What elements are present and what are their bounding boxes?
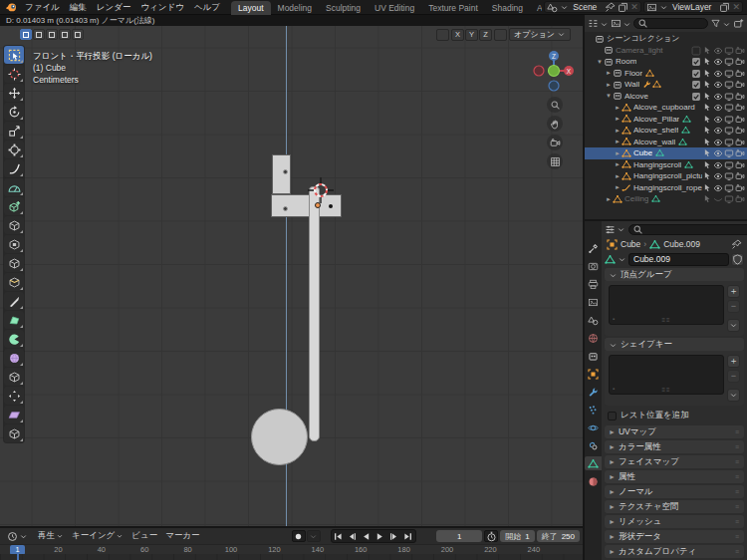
new-view-layer-icon[interactable] bbox=[719, 1, 730, 12]
disable-render-toggle[interactable] bbox=[735, 91, 745, 102]
workspace-tab-layout[interactable]: Layout bbox=[231, 1, 271, 15]
mirror-icon[interactable] bbox=[436, 29, 449, 41]
timeline-ruler[interactable]: 1 20406080100120140160180200220240 bbox=[0, 544, 583, 554]
tool-annotate[interactable] bbox=[4, 159, 24, 177]
outliner-row-alcove-shelf[interactable]: ►Alcove_shelf bbox=[585, 125, 747, 137]
menu-1[interactable]: 編集 bbox=[65, 0, 92, 14]
selectable-toggle[interactable] bbox=[702, 170, 712, 181]
tool-extrude-region[interactable] bbox=[4, 216, 24, 234]
play-button[interactable] bbox=[374, 530, 387, 542]
properties-tab-modifiers[interactable] bbox=[585, 385, 602, 399]
hide-toggle[interactable] bbox=[713, 56, 723, 67]
select-mode-invert[interactable] bbox=[59, 29, 71, 40]
disable-viewport-toggle[interactable] bbox=[724, 193, 734, 204]
disable-render-toggle[interactable] bbox=[735, 170, 745, 181]
menu-2[interactable]: レンダー bbox=[92, 0, 136, 14]
outliner-row-alcove-pillar[interactable]: ►Alcove_Pillar bbox=[585, 114, 747, 126]
previous-keyframe-button[interactable] bbox=[346, 530, 360, 542]
properties-tab-world[interactable] bbox=[585, 331, 602, 345]
selectable-toggle[interactable] bbox=[702, 137, 712, 147]
tool-transform[interactable] bbox=[4, 140, 24, 158]
mirror-axis-z[interactable]: Z bbox=[479, 29, 492, 41]
hanging-rod-mesh[interactable] bbox=[309, 186, 320, 441]
sphere-mesh[interactable] bbox=[251, 409, 308, 465]
selectable-toggle[interactable] bbox=[702, 193, 712, 204]
tool-knife[interactable] bbox=[4, 292, 24, 310]
disable-render-toggle[interactable] bbox=[735, 182, 745, 193]
menu-4[interactable]: ヘルプ bbox=[189, 0, 225, 14]
disable-viewport-toggle[interactable] bbox=[724, 68, 734, 79]
outliner-row-alcove-cupboard[interactable]: ►Alcove_cupboard bbox=[585, 102, 747, 114]
panel-0[interactable]: ►UVマップ≡ bbox=[605, 425, 744, 438]
navigation-gizmo[interactable]: Z X bbox=[531, 48, 577, 94]
selectable-toggle[interactable] bbox=[702, 56, 712, 67]
hide-toggle[interactable] bbox=[713, 137, 723, 147]
breadcrumb-data[interactable]: Cube.009 bbox=[663, 239, 700, 249]
new-scene-icon[interactable] bbox=[618, 1, 628, 12]
disable-viewport-toggle[interactable] bbox=[724, 114, 734, 125]
outliner-row-cube[interactable]: ►Cube bbox=[585, 147, 747, 159]
hide-toggle[interactable] bbox=[713, 102, 723, 113]
workspace-tab-sculpting[interactable]: Sculpting bbox=[319, 1, 368, 15]
auto-keying-button[interactable] bbox=[292, 530, 306, 542]
outliner-row-alcove-wall[interactable]: ►Alcove_wall bbox=[585, 137, 747, 148]
exclude-checkbox[interactable] bbox=[691, 79, 701, 90]
panel-1[interactable]: ►カラー属性≡ bbox=[605, 440, 744, 453]
outliner-row--[interactable]: シーンコレクション bbox=[585, 33, 747, 45]
properties-tab-tool[interactable] bbox=[585, 241, 602, 255]
expand-arrow[interactable]: ► bbox=[614, 161, 622, 167]
outliner-row-camera-light[interactable]: Camera_light bbox=[585, 45, 747, 57]
select-mode-intersect[interactable] bbox=[72, 29, 84, 40]
tool-rotate[interactable] bbox=[4, 103, 24, 121]
outliner-row-floor[interactable]: ►Floor bbox=[585, 68, 747, 80]
outliner-search-input[interactable] bbox=[650, 19, 704, 28]
expand-arrow[interactable]: ► bbox=[614, 184, 622, 190]
properties-tab-physics[interactable] bbox=[585, 420, 602, 434]
tool-edge-slide[interactable] bbox=[4, 368, 24, 386]
disable-render-toggle[interactable] bbox=[735, 56, 745, 67]
hide-toggle[interactable] bbox=[713, 147, 723, 158]
exclude-checkbox[interactable] bbox=[691, 45, 701, 56]
selectable-toggle[interactable] bbox=[702, 125, 712, 136]
panel-7[interactable]: ►形状データ≡ bbox=[605, 530, 744, 543]
properties-tab-collection[interactable] bbox=[585, 349, 602, 363]
disable-render-toggle[interactable] bbox=[735, 137, 745, 147]
pan-button[interactable] bbox=[547, 116, 563, 132]
use-preview-range-button[interactable] bbox=[484, 530, 498, 542]
editor-type-button[interactable] bbox=[3, 530, 32, 541]
scene-selector[interactable]: Scene ✕ bbox=[544, 1, 641, 13]
properties-tab-view-layer[interactable] bbox=[585, 295, 602, 309]
selectable-toggle[interactable] bbox=[702, 147, 712, 158]
disable-render-toggle[interactable] bbox=[735, 79, 745, 90]
new-collection-button[interactable] bbox=[733, 18, 744, 29]
jump-to-end-button[interactable] bbox=[401, 530, 415, 542]
fake-user-button[interactable] bbox=[731, 253, 744, 266]
disable-viewport-toggle[interactable] bbox=[724, 79, 734, 90]
menu-0[interactable]: ファイル bbox=[20, 0, 65, 14]
outliner-row-hangingscroll[interactable]: ►Hangingscroll bbox=[585, 159, 747, 171]
outliner-search[interactable] bbox=[633, 18, 708, 29]
hide-toggle[interactable] bbox=[713, 159, 723, 170]
tool-bevel[interactable] bbox=[4, 254, 24, 272]
outliner-row-hangingscroll-rope[interactable]: ►Hangingscroll_rope bbox=[585, 182, 747, 194]
properties-tab-particles[interactable] bbox=[585, 403, 602, 417]
disable-viewport-toggle[interactable] bbox=[724, 159, 734, 170]
hide-toggle[interactable] bbox=[713, 193, 723, 204]
panel-6[interactable]: ►リメッシュ≡ bbox=[605, 515, 744, 528]
tool-scale[interactable] bbox=[4, 122, 24, 140]
hide-toggle[interactable] bbox=[713, 45, 723, 56]
workspace-tab-uv-editing[interactable]: UV Editing bbox=[368, 1, 421, 15]
properties-tab-data[interactable] bbox=[585, 456, 602, 470]
expand-arrow[interactable]: ► bbox=[614, 139, 622, 144]
selectable-toggle[interactable] bbox=[702, 182, 712, 193]
hide-toggle[interactable] bbox=[713, 79, 723, 90]
expand-arrow[interactable]: ► bbox=[614, 150, 622, 156]
options-dropdown[interactable]: オプション bbox=[509, 28, 571, 41]
expand-arrow[interactable]: ► bbox=[614, 105, 622, 111]
shape-key-specials-button[interactable] bbox=[727, 389, 740, 402]
menu-3[interactable]: ウィンドウ bbox=[135, 0, 189, 14]
outliner-row-room[interactable]: ▼Room bbox=[585, 56, 747, 68]
selectable-toggle[interactable] bbox=[702, 68, 712, 79]
shape-keys-list[interactable]: ▪≡≡ bbox=[609, 355, 724, 395]
keying-set-button[interactable] bbox=[307, 530, 321, 542]
